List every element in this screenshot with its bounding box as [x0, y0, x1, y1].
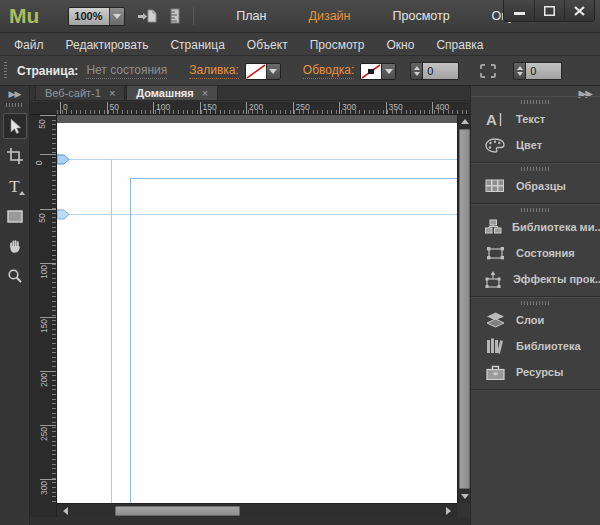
- chevron-down-icon[interactable]: [109, 8, 124, 25]
- panel-group-grip[interactable]: [521, 167, 551, 171]
- panel-item-библиотека[interactable]: Библиотека: [471, 333, 600, 359]
- document-tab-label: Домашняя: [136, 87, 193, 99]
- fill-swatch-control[interactable]: [245, 63, 281, 80]
- panel-item-ресурсы[interactable]: Ресурсы: [471, 359, 600, 385]
- vertical-scrollbar-thumb[interactable]: [459, 129, 470, 489]
- fill-label[interactable]: Заливка:: [189, 63, 239, 79]
- color-icon: [484, 138, 506, 153]
- ruler-tick: [40, 209, 56, 210]
- svg-text:A: A: [486, 111, 497, 128]
- panel-item-эффекты-прок-[interactable]: Эффекты прок...: [471, 266, 600, 292]
- ruler-label: 0: [60, 102, 68, 114]
- maximize-button[interactable]: [534, 0, 564, 21]
- ruler-label: 50: [37, 119, 47, 128]
- panel-group-grip[interactable]: [521, 301, 551, 305]
- crop-tool-icon[interactable]: [3, 143, 27, 169]
- text-tool-icon[interactable]: T: [3, 173, 27, 199]
- stepper-up-icon[interactable]: [414, 66, 420, 70]
- document-tab[interactable]: Домашняя×: [126, 85, 218, 100]
- horizontal-ruler[interactable]: 050100150200250300350400: [30, 102, 470, 115]
- menu-item[interactable]: Просмотр: [299, 38, 376, 52]
- page-state-dropdown[interactable]: Нет состояния: [86, 63, 167, 79]
- panel-group-grip[interactable]: [521, 100, 551, 104]
- panel-item-образцы[interactable]: Образцы: [471, 173, 600, 199]
- panel-group-grip[interactable]: [521, 208, 551, 212]
- ruler-label: 100: [39, 265, 49, 279]
- scrollbar-corner: [457, 503, 470, 517]
- chevron-down-icon[interactable]: [266, 64, 280, 79]
- menu-item[interactable]: Объект: [236, 38, 299, 52]
- vertical-ruler[interactable]: 50050100150200250300: [30, 115, 57, 517]
- stroke-weight-stepper[interactable]: [410, 62, 423, 80]
- panel-group: СлоиБиблиотекаРесурсы: [471, 297, 600, 390]
- ruler-tick: [40, 154, 56, 155]
- stroke-swatch-control[interactable]: [360, 63, 396, 80]
- panel-item-текст[interactable]: AТекст: [471, 106, 600, 132]
- close-icon[interactable]: ×: [109, 87, 115, 99]
- document-tab[interactable]: Веб-сайт-1×: [35, 85, 125, 100]
- panel-item-label: Цвет: [516, 139, 542, 151]
- mode-nav-item[interactable]: План: [236, 9, 266, 23]
- panel-item-label: Текст: [516, 113, 545, 125]
- mu-logo: Mu: [9, 4, 39, 28]
- vertical-scrollbar[interactable]: [457, 115, 470, 503]
- content-top-border-guide[interactable]: [130, 178, 457, 179]
- panel-item-слои[interactable]: Слои: [471, 307, 600, 333]
- mode-nav-label: Дизайн: [308, 9, 350, 23]
- left-margin-guide[interactable]: [111, 159, 112, 503]
- ruler-tick: [40, 115, 56, 116]
- hand-tool-icon[interactable]: [3, 233, 27, 259]
- document-area: Веб-сайт-1×Домашняя× 0501001502002503003…: [30, 86, 470, 525]
- menu-item[interactable]: Страница: [159, 38, 235, 52]
- mode-nav-item[interactable]: Просмотр: [393, 9, 450, 23]
- corner-radius-icon[interactable]: [477, 61, 499, 81]
- chevron-down-icon[interactable]: [381, 64, 395, 79]
- design-canvas[interactable]: [57, 115, 457, 503]
- control-bar: Страница: Нет состояния Заливка: Обводка…: [0, 57, 600, 86]
- close-button[interactable]: [564, 0, 594, 21]
- page-surface[interactable]: [57, 123, 457, 503]
- library-icon: [484, 338, 506, 354]
- page-label: Страница:: [17, 64, 78, 78]
- menu-item[interactable]: Окно: [376, 38, 426, 52]
- ruler-label: 350: [386, 102, 403, 114]
- header-guide-handle[interactable]: [57, 154, 70, 165]
- site-properties-icon[interactable]: [169, 8, 181, 24]
- scroll-left-icon[interactable]: [59, 504, 72, 518]
- ruler-label: 300: [339, 102, 356, 114]
- stroke-weight-field[interactable]: 0: [423, 62, 459, 80]
- close-icon[interactable]: ×: [202, 87, 208, 99]
- header-guide-line[interactable]: [57, 159, 457, 160]
- menu-item[interactable]: Справка: [425, 38, 494, 52]
- corner-radius-field[interactable]: 0: [526, 62, 562, 80]
- panel-item-цвет[interactable]: Цвет: [471, 132, 600, 158]
- corner-radius-stepper[interactable]: [513, 62, 526, 80]
- content-left-border-guide[interactable]: [130, 178, 131, 503]
- fill-none-swatch[interactable]: [246, 64, 266, 79]
- rectangle-tool-icon[interactable]: [3, 203, 27, 229]
- panel-item-состояния[interactable]: Состояния: [471, 240, 600, 266]
- footer-guide-line[interactable]: [57, 214, 457, 215]
- scroll-right-icon[interactable]: [442, 504, 455, 518]
- stroke-none-swatch[interactable]: [361, 64, 381, 79]
- preview-page-icon[interactable]: [137, 8, 157, 24]
- zoom-level-select[interactable]: 100%: [68, 7, 125, 26]
- stroke-label[interactable]: Обводка:: [303, 63, 354, 79]
- panel-item-библиотека-ми-[interactable]: Библиотека ми...: [471, 214, 600, 240]
- ruler-label: 200: [246, 102, 263, 114]
- mode-nav-item[interactable]: Дизайн: [308, 9, 350, 23]
- horizontal-scrollbar[interactable]: [57, 503, 457, 517]
- stepper-down-icon[interactable]: [517, 72, 523, 76]
- horizontal-scrollbar-thumb[interactable]: [115, 506, 240, 516]
- footer-guide-handle[interactable]: [57, 209, 70, 220]
- stepper-down-icon[interactable]: [414, 72, 420, 76]
- panel-item-label: Образцы: [516, 180, 566, 192]
- expand-panel-icon[interactable]: ▶▶: [0, 86, 29, 99]
- stepper-up-icon[interactable]: [517, 66, 523, 70]
- title-bar: Mu 100% ПланДизайнПросмотрОпубли: [0, 0, 600, 33]
- zoom-tool-icon[interactable]: [3, 263, 27, 289]
- minimize-button[interactable]: [504, 0, 534, 21]
- menu-item[interactable]: Файл: [0, 38, 55, 52]
- menu-item[interactable]: Редактировать: [55, 38, 160, 52]
- selection-tool-icon[interactable]: [3, 113, 27, 139]
